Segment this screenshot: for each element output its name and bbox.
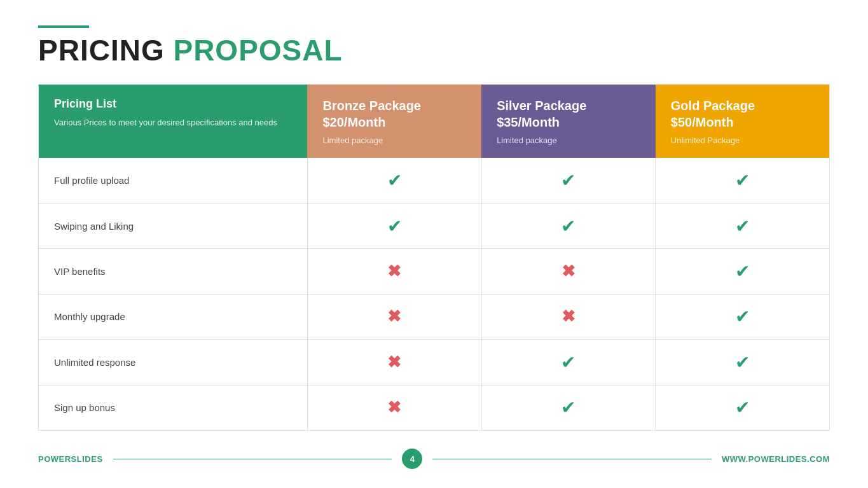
bronze-check: ✔ <box>307 203 481 248</box>
table-row: Sign up bonus✖✔✔ <box>39 385 830 430</box>
table-row: Swiping and Liking✔✔✔ <box>39 203 830 248</box>
footer: POWERSLIDES 4 WWW.POWERLIDES.COM <box>38 442 830 469</box>
checkmark-icon: ✔ <box>735 398 750 417</box>
checkmark-icon: ✔ <box>561 352 575 372</box>
footer-brand: POWERSLIDES <box>38 454 103 464</box>
silver-name: Silver Package$35/Month <box>497 97 640 130</box>
cross-icon: ✖ <box>387 398 401 417</box>
brand-text: POWERSLIDES <box>38 454 103 464</box>
checkmark-icon: ✔ <box>735 216 750 236</box>
silver-sub: Limited package <box>497 136 640 145</box>
bronze-check: ✖ <box>307 294 481 339</box>
feature-label: VIP benefits <box>39 249 308 294</box>
gold-check: ✔ <box>656 340 830 385</box>
gold-check: ✔ <box>656 294 830 339</box>
table-row: Unlimited response✖✔✔ <box>39 340 830 385</box>
checkmark-icon: ✔ <box>735 307 750 326</box>
feature-label: Full profile upload <box>39 158 308 203</box>
gold-check: ✔ <box>656 203 830 248</box>
page-title: PRICING PROPOSAL <box>38 36 830 65</box>
title-black: PRICING <box>38 34 165 67</box>
table-header-row: Pricing List Various Prices to meet your… <box>39 85 830 158</box>
cross-icon: ✖ <box>561 261 575 281</box>
footer-url: WWW.POWERLIDES.COM <box>722 454 830 464</box>
cross-icon: ✖ <box>561 307 575 326</box>
silver-check: ✔ <box>481 203 656 248</box>
gold-check: ✔ <box>656 385 830 430</box>
checkmark-icon: ✔ <box>735 171 750 190</box>
checkmark-icon: ✔ <box>561 216 575 236</box>
cross-icon: ✖ <box>387 261 401 281</box>
bronze-check: ✖ <box>307 385 481 430</box>
checkmark-icon: ✔ <box>735 261 750 281</box>
table-row: Monthly upgrade✖✖✔ <box>39 294 830 339</box>
bronze-check: ✖ <box>307 340 481 385</box>
pricing-table: Pricing List Various Prices to meet your… <box>38 84 830 431</box>
checkmark-icon: ✔ <box>387 216 402 236</box>
checkmark-icon: ✔ <box>387 171 402 190</box>
list-title: Pricing List <box>54 97 292 111</box>
title-green: PROPOSAL <box>173 34 342 67</box>
silver-check: ✔ <box>481 340 656 385</box>
feature-label: Swiping and Liking <box>39 203 308 248</box>
col-header-gold: Gold Package$50/Month Unlimited Package <box>656 85 830 158</box>
feature-label: Sign up bonus <box>39 385 308 430</box>
feature-label: Monthly upgrade <box>39 294 308 339</box>
gold-sub: Unlimited Package <box>671 136 814 145</box>
footer-page-number: 4 <box>402 449 422 469</box>
table-body: Full profile upload✔✔✔Swiping and Liking… <box>39 158 830 431</box>
table-row: VIP benefits✖✖✔ <box>39 249 830 294</box>
bronze-sub: Limited package <box>322 136 466 145</box>
gold-name: Gold Package$50/Month <box>671 97 814 130</box>
silver-check: ✔ <box>481 385 656 430</box>
gold-check: ✔ <box>656 249 830 294</box>
cross-icon: ✖ <box>387 352 401 372</box>
bronze-check: ✔ <box>307 158 481 203</box>
col-header-list: Pricing List Various Prices to meet your… <box>39 85 308 158</box>
cross-icon: ✖ <box>387 307 401 326</box>
bronze-name: Bronze Package$20/Month <box>322 97 466 130</box>
header-accent <box>38 25 89 28</box>
checkmark-icon: ✔ <box>561 398 575 417</box>
list-desc: Various Prices to meet your desired spec… <box>54 117 292 129</box>
footer-line-left <box>113 459 392 459</box>
footer-line-right <box>432 459 712 459</box>
col-header-silver: Silver Package$35/Month Limited package <box>481 85 656 158</box>
table-row: Full profile upload✔✔✔ <box>39 158 830 203</box>
checkmark-icon: ✔ <box>561 171 575 190</box>
page: PRICING PROPOSAL Pricing List Various Pr… <box>0 0 868 488</box>
feature-label: Unlimited response <box>39 340 308 385</box>
silver-check: ✖ <box>481 249 656 294</box>
silver-check: ✖ <box>481 294 656 339</box>
checkmark-icon: ✔ <box>735 352 750 372</box>
bronze-check: ✖ <box>307 249 481 294</box>
col-header-bronze: Bronze Package$20/Month Limited package <box>307 85 481 158</box>
silver-check: ✔ <box>481 158 656 203</box>
gold-check: ✔ <box>656 158 830 203</box>
